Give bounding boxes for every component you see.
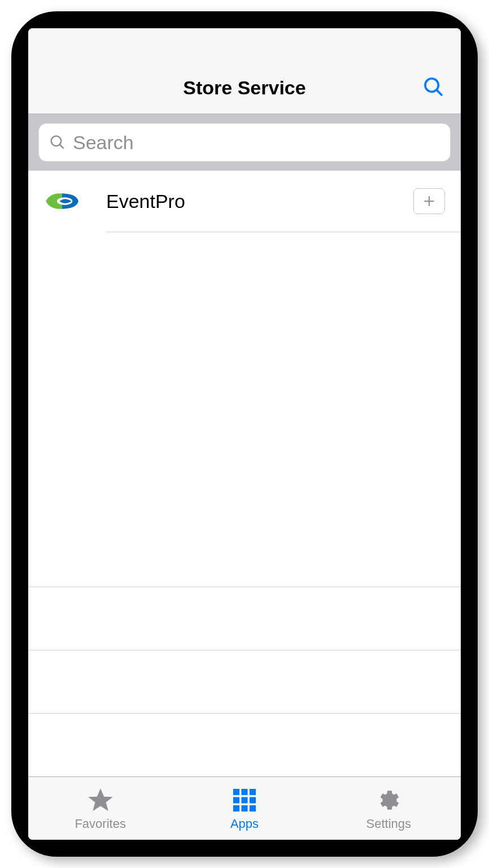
screen: Store Service (28, 28, 461, 840)
empty-row (28, 587, 461, 650)
svg-rect-7 (233, 789, 239, 795)
search-icon[interactable] (422, 76, 445, 101)
tab-settings[interactable]: Settings (317, 777, 461, 840)
empty-row (28, 650, 461, 713)
app-name-label: EventPro (106, 190, 413, 212)
tab-label: Favorites (75, 817, 125, 831)
search-bar-container (28, 114, 461, 171)
star-icon (86, 786, 115, 814)
svg-rect-14 (241, 805, 247, 811)
svg-rect-8 (241, 789, 247, 795)
list-spacer (28, 232, 461, 587)
add-button[interactable] (413, 188, 445, 214)
svg-rect-15 (250, 805, 256, 811)
plus-icon (422, 194, 436, 209)
empty-row (28, 713, 461, 776)
tab-apps[interactable]: Apps (172, 777, 316, 840)
app-list[interactable]: EventPro (28, 171, 461, 776)
app-row[interactable]: EventPro (28, 171, 461, 232)
navigation-bar: Store Service (28, 62, 461, 114)
status-bar (28, 28, 461, 62)
svg-rect-9 (250, 789, 256, 795)
gear-icon (376, 786, 401, 814)
tab-label: Settings (366, 817, 412, 831)
svg-line-1 (436, 90, 442, 96)
svg-rect-13 (233, 805, 239, 811)
device-frame: Store Service (11, 11, 478, 857)
svg-line-3 (60, 145, 64, 149)
svg-rect-10 (233, 797, 239, 803)
grid-icon (231, 786, 258, 814)
app-icon-eventpro (41, 180, 84, 223)
page-title: Store Service (183, 77, 305, 99)
tab-bar: Favorites Apps (28, 776, 461, 840)
search-input[interactable] (73, 132, 440, 154)
tab-favorites[interactable]: Favorites (28, 777, 172, 840)
tab-label: Apps (230, 817, 259, 831)
svg-rect-12 (250, 797, 256, 803)
svg-point-0 (425, 79, 438, 92)
search-bar[interactable] (38, 123, 451, 162)
svg-point-2 (51, 136, 62, 146)
svg-rect-11 (241, 797, 247, 803)
search-field-icon (49, 134, 66, 151)
